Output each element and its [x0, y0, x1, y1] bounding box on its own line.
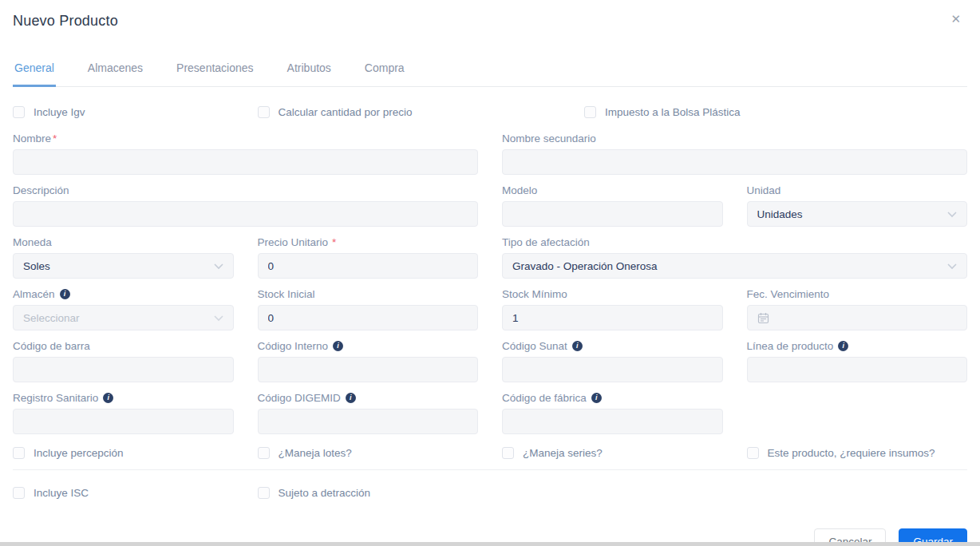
tipo-afectacion-select[interactable]: Gravado - Operación Onerosa — [502, 253, 967, 279]
field-label: Código de fábrica — [502, 392, 587, 404]
checkbox-label: ¿Maneja lotes? — [279, 447, 352, 459]
tab-almacenes[interactable]: Almacenes — [86, 61, 144, 87]
codigo-interno-input[interactable] — [258, 357, 479, 382]
nombre-input[interactable] — [13, 149, 478, 175]
select-placeholder: Seleccionar — [23, 312, 80, 324]
field-label: Fec. Vencimiento — [747, 288, 830, 300]
field-codigo-digemid: Código DIGEMID i — [258, 391, 479, 434]
field-label: Unidad — [747, 184, 781, 196]
field-label: Almacén — [13, 288, 55, 300]
chevron-down-icon — [214, 263, 223, 270]
nombre-secundario-input[interactable] — [502, 149, 967, 175]
checkbox-label: Incluye ISC — [34, 487, 89, 499]
general-form: Incluye Igv Calcular cantidad por precio… — [13, 105, 967, 499]
checkbox-impuesto-bolsa[interactable]: Impuesto a la Bolsa Plástica — [502, 106, 967, 118]
checkbox[interactable] — [584, 106, 596, 118]
checkbox[interactable] — [13, 106, 25, 118]
linea-producto-input[interactable] — [747, 357, 968, 382]
checkbox-maneja-series[interactable]: ¿Maneja series? — [502, 447, 723, 459]
field-descripcion: Descripción — [13, 184, 478, 227]
precio-unitario-input[interactable] — [258, 253, 479, 279]
chevron-down-icon — [947, 212, 957, 218]
calendar-icon — [757, 312, 769, 324]
codigo-fabrica-input[interactable] — [502, 409, 723, 434]
field-label: Código Sunat — [502, 340, 567, 352]
info-icon[interactable]: i — [346, 393, 356, 403]
checkbox-requiere-insumos[interactable]: Este producto, ¿requiere insumos? — [747, 447, 968, 459]
field-label: Código DIGEMID — [258, 392, 341, 404]
descripcion-input[interactable] — [13, 201, 478, 227]
tab-atributos[interactable]: Atributos — [286, 61, 333, 87]
checkbox[interactable] — [13, 487, 25, 499]
field-label: Nombre — [13, 133, 51, 144]
info-icon[interactable]: i — [838, 341, 848, 351]
field-stock-inicial: Stock Inicial — [258, 287, 479, 330]
tab-general[interactable]: General — [13, 61, 56, 87]
moneda-select[interactable]: Soles — [13, 253, 234, 279]
checkbox[interactable] — [747, 447, 759, 459]
field-label: Código Interno — [258, 340, 329, 352]
modelo-input[interactable] — [502, 201, 723, 227]
field-label: Stock Inicial — [258, 288, 315, 300]
checkbox-calcular-cantidad[interactable]: Calcular cantidad por precio — [258, 106, 479, 118]
stock-minimo-input[interactable] — [502, 305, 723, 330]
info-icon[interactable]: i — [333, 341, 343, 351]
field-label: Nombre secundario — [502, 133, 596, 144]
chevron-down-icon — [947, 263, 957, 270]
close-icon[interactable]: ✕ — [950, 13, 961, 25]
page-title: Nuevo Producto — [13, 13, 967, 30]
field-label: Precio Unitario — [258, 236, 329, 248]
checkbox-incluye-percepcion[interactable]: Incluye percepción — [13, 447, 234, 459]
field-moneda: Moneda Soles — [13, 235, 234, 279]
grid-spacer — [747, 391, 968, 443]
field-nombre: Nombre* — [13, 132, 478, 175]
checkbox-incluye-isc[interactable]: Incluye ISC — [13, 487, 234, 499]
codigo-digemid-input[interactable] — [258, 409, 479, 434]
checkbox-label: ¿Maneja series? — [523, 447, 603, 459]
tab-bar: General Almacenes Presentaciones Atribut… — [13, 61, 967, 87]
codigo-sunat-input[interactable] — [502, 357, 723, 382]
stock-inicial-input[interactable] — [258, 305, 479, 330]
checkbox[interactable] — [258, 106, 270, 118]
selected-value: Soles — [23, 260, 50, 272]
info-icon[interactable]: i — [591, 393, 602, 403]
field-codigo-fabrica: Código de fábrica i — [502, 391, 723, 434]
checkbox-label: Impuesto a la Bolsa Plástica — [605, 106, 741, 118]
unidad-select[interactable]: Unidades — [747, 201, 968, 227]
checkbox-incluye-igv[interactable]: Incluye Igv — [13, 106, 234, 118]
fec-vencimiento-input[interactable] — [747, 305, 968, 330]
field-almacen: Almacén i Seleccionar — [13, 287, 234, 330]
checkbox[interactable] — [258, 487, 270, 499]
info-icon[interactable]: i — [60, 289, 70, 299]
checkbox[interactable] — [502, 447, 514, 459]
checkbox-label: Incluye Igv — [34, 106, 85, 118]
codigo-barra-input[interactable] — [13, 357, 234, 382]
field-label: Registro Sanitario — [13, 392, 98, 404]
tab-presentaciones[interactable]: Presentaciones — [175, 61, 255, 87]
field-registro-sanitario: Registro Sanitario i — [13, 391, 234, 434]
checkbox[interactable] — [13, 447, 25, 459]
field-codigo-sunat: Código Sunat i — [502, 339, 723, 382]
field-label: Código de barra — [13, 340, 90, 352]
field-codigo-barra: Código de barra — [13, 339, 234, 382]
checkbox-label: Este producto, ¿requiere insumos? — [768, 447, 935, 459]
info-icon[interactable]: i — [572, 341, 583, 351]
checkbox-maneja-lotes[interactable]: ¿Maneja lotes? — [258, 447, 479, 459]
field-modelo: Modelo — [502, 184, 723, 227]
checkbox[interactable] — [258, 447, 270, 459]
checkbox-label: Sujeto a detracción — [279, 487, 371, 499]
checkbox-label: Incluye percepción — [34, 447, 124, 459]
field-nombre-secundario: Nombre secundario — [502, 132, 967, 175]
field-stock-minimo: Stock Mínimo — [502, 287, 723, 330]
field-tipo-afectacion: Tipo de afectación Gravado - Operación O… — [502, 235, 967, 279]
registro-sanitario-input[interactable] — [13, 409, 234, 434]
field-fec-vencimiento: Fec. Vencimiento — [747, 287, 968, 330]
selected-value: Gravado - Operación Onerosa — [512, 260, 658, 272]
info-icon[interactable]: i — [103, 393, 113, 403]
field-label: Moneda — [13, 236, 52, 248]
checkbox-sujeto-detraccion[interactable]: Sujeto a detracción — [258, 487, 479, 499]
section-divider — [13, 469, 967, 470]
checkbox-label: Calcular cantidad por precio — [279, 106, 413, 118]
tab-compra[interactable]: Compra — [363, 61, 406, 87]
almacen-select[interactable]: Seleccionar — [13, 305, 234, 330]
